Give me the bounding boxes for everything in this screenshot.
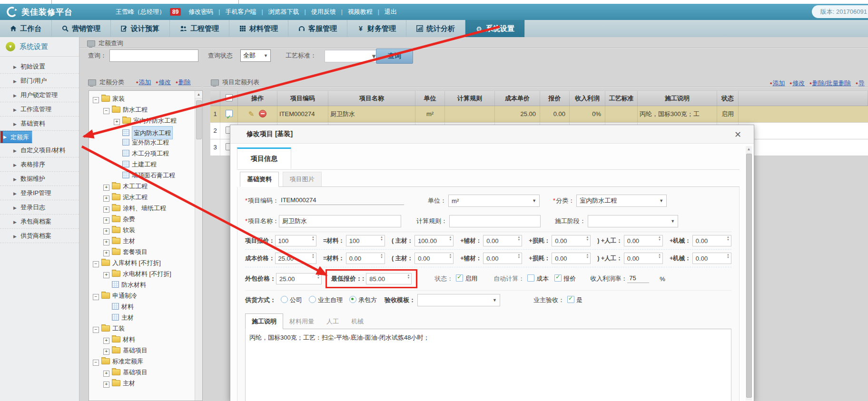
top-link[interactable]: 退出 (385, 8, 397, 16)
number-stepper[interactable]: 25.00▲▼ (275, 253, 316, 264)
tree-node[interactable]: 室内防水工程 (89, 126, 195, 137)
tree-node[interactable]: +涂料、墙纸工程 (89, 203, 195, 214)
unit-select[interactable]: m²▼ (448, 195, 540, 207)
nav-tab[interactable]: 统计分析 (406, 20, 465, 37)
action-link[interactable]: •添加 (136, 78, 151, 87)
table-row[interactable]: 1✎ITEM000274厨卫防水m²25.000.000%丙纶，国标300克；工… (210, 106, 868, 123)
name-input[interactable]: 厨卫防水 (279, 215, 401, 227)
number-stepper[interactable]: 0.00▲▼ (414, 253, 454, 264)
checkbox-icon[interactable] (527, 274, 534, 282)
nav-tab[interactable]: 设计预算 (111, 20, 170, 37)
sidebar-item[interactable]: ▶工作流管理 (0, 102, 79, 117)
tab-project-info[interactable]: 项目信息 (237, 147, 291, 169)
spinner-arrows-icon[interactable]: ▲▼ (312, 254, 315, 259)
spinner-arrows-icon[interactable]: ▲▼ (380, 254, 383, 259)
sidebar-item[interactable]: ▶登录日志 (0, 200, 79, 215)
collapse-icon[interactable]: − (103, 108, 109, 114)
radio-icon[interactable] (281, 296, 288, 303)
tree-node[interactable]: +杂费 (89, 214, 195, 225)
radio-company[interactable]: 公司 (281, 296, 302, 304)
tree-scrollbar-thumb[interactable] (196, 100, 202, 139)
construction-description[interactable]: 丙纶，国标300克；工艺：扫尘-平地-底油-面油-闭水试炼48小时； (245, 329, 731, 401)
spinner-arrows-icon[interactable]: ▲▼ (586, 254, 589, 259)
row-checkbox-checked[interactable] (226, 110, 233, 117)
spinner-arrows-icon[interactable]: ▲▼ (449, 236, 452, 241)
outsource-price-stepper[interactable]: 25.00▲▼ (276, 273, 322, 284)
expand-icon[interactable]: + (103, 206, 109, 213)
profit-rate-input[interactable]: 75 (627, 274, 649, 283)
number-stepper[interactable]: 0.00▲▼ (552, 235, 591, 246)
spinner-arrows-icon[interactable]: ▲▼ (317, 274, 320, 279)
tree-node-label[interactable]: 入库材料 [不打折] (112, 259, 161, 266)
nav-tab[interactable]: ¥财务管理 (347, 20, 406, 37)
edit-pencil-icon[interactable]: ✎ (248, 110, 255, 118)
tree-node-label[interactable]: 主材 (121, 314, 134, 321)
tree-node[interactable]: +泥水工程 (89, 192, 195, 203)
spinner-arrows-icon[interactable]: ▲▼ (658, 254, 661, 259)
spinner-arrows-icon[interactable]: ▲▼ (407, 274, 410, 279)
tree-node-label[interactable]: 套餐项目 (123, 248, 148, 255)
top-link[interactable]: 浏览器下载 (268, 8, 299, 16)
sidebar-item[interactable]: ▶用户锁定管理 (0, 88, 79, 102)
tree-node[interactable]: −防水工程 (89, 104, 195, 115)
tree-node[interactable]: 墙顶面石膏工程 (89, 170, 195, 181)
collapse-icon[interactable]: − (93, 261, 99, 267)
action-link[interactable]: •删除 (176, 78, 191, 87)
tree-node[interactable]: +室内外防水工程 (89, 115, 195, 126)
spinner-arrows-icon[interactable]: ▲▼ (586, 236, 589, 241)
spinner-arrows-icon[interactable]: ▲▼ (727, 254, 730, 259)
scroll-up-icon[interactable]: ▲ (195, 91, 202, 98)
top-link[interactable]: 视频教程 (348, 8, 373, 16)
tree-node-label[interactable]: 木工工程 (123, 183, 148, 190)
spinner-arrows-icon[interactable]: ▲▼ (380, 236, 383, 241)
tree-node[interactable]: +主材 (89, 378, 195, 389)
category-select[interactable]: 室内防水工程▼ (576, 195, 667, 207)
sidebar-item[interactable]: ▶登录IP管理 (0, 186, 79, 200)
tree-node[interactable]: +材料 (89, 334, 195, 345)
radio-selected-icon[interactable] (349, 296, 356, 303)
spinner-arrows-icon[interactable]: ▲▼ (727, 236, 730, 241)
close-icon[interactable]: ✕ (734, 129, 741, 140)
tree-node[interactable]: −入库材料 [不打折] (89, 257, 195, 268)
tree-node[interactable]: +木工工程 (89, 181, 195, 192)
scroll-up-icon[interactable]: ▲ (746, 146, 752, 152)
radio-owner-self[interactable]: 业主自理 (309, 296, 343, 304)
nav-tab[interactable]: 材料管理 (229, 20, 288, 37)
radio-contractor[interactable]: 承包方 (349, 296, 377, 304)
tree-node-label[interactable]: 材料 (121, 303, 134, 310)
status-checkbox[interactable]: 启用 (456, 274, 477, 283)
sidebar-item[interactable]: ▶定额库 (0, 131, 32, 143)
tree-node-label[interactable]: 家装 (112, 95, 125, 102)
tree-node[interactable]: −标准定额库 (89, 356, 195, 367)
top-link[interactable]: 手机客户端 (225, 8, 256, 16)
dialog-scrollbar-thumb[interactable] (746, 154, 752, 398)
sidebar-item[interactable]: ▶自定义项目/材料 (0, 143, 79, 157)
sidebar-item[interactable]: ▶数据维护 (0, 172, 79, 186)
expand-icon[interactable]: + (103, 217, 109, 224)
nav-tab[interactable]: 客服管理 (288, 20, 347, 37)
number-stepper[interactable]: 0.00▲▼ (483, 235, 522, 246)
sidebar-item[interactable]: ▶承包商档案 (0, 215, 79, 229)
number-stepper[interactable]: 0.00▲▼ (692, 235, 731, 246)
expand-icon[interactable]: + (103, 228, 109, 235)
tree-node[interactable]: +基础项目 (89, 367, 195, 378)
tree-node-label[interactable]: 申通制冷 (112, 292, 137, 299)
number-stepper[interactable]: 0.00▲▼ (346, 253, 385, 264)
tree-node-label[interactable]: 基础项目 (123, 347, 148, 354)
number-stepper[interactable]: 0.00▲▼ (624, 253, 663, 264)
expand-icon[interactable]: + (103, 371, 109, 377)
tree-node-label[interactable]: 木工分项工程 (132, 150, 169, 157)
top-link[interactable]: 修改密码 (188, 8, 213, 16)
tree-node-label[interactable]: 室内外防水工程 (133, 117, 177, 124)
tree-node-label[interactable]: 室外防水工程 (132, 139, 169, 146)
tree-node[interactable]: 材料 (89, 301, 195, 312)
spinner-arrows-icon[interactable]: ▲▼ (517, 254, 520, 259)
expand-icon[interactable]: + (103, 196, 109, 202)
collapse-icon[interactable]: − (93, 327, 99, 333)
nav-tab[interactable]: 工程管理 (170, 20, 229, 37)
owner-accept-checkbox[interactable]: 是 (567, 296, 582, 304)
desc-tab[interactable]: 人工 (320, 314, 345, 329)
spinner-arrows-icon[interactable]: ▲▼ (449, 254, 452, 259)
stage-select[interactable]: ▼ (588, 215, 678, 227)
auto-cost-checkbox[interactable]: 成本 (527, 274, 549, 283)
